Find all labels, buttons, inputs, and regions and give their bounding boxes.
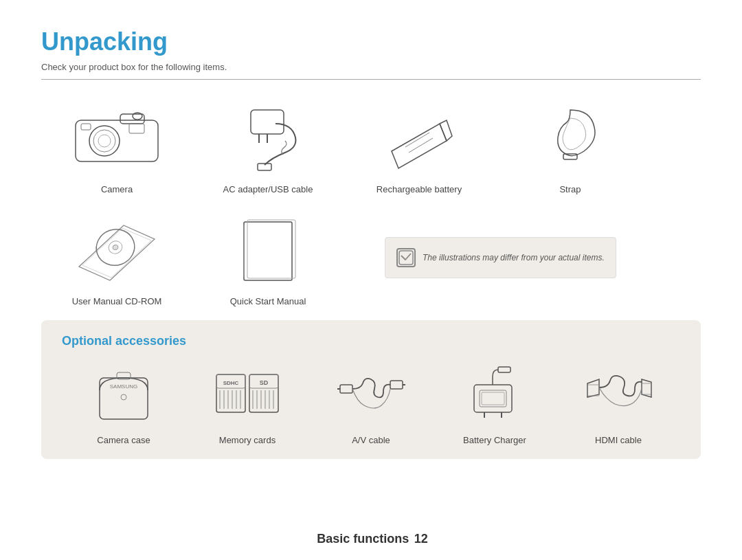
svg-text:SDHC: SDHC xyxy=(223,380,239,386)
battery-charger-icon xyxy=(450,361,539,429)
title-divider xyxy=(41,79,701,80)
footer-text: Basic functions xyxy=(317,532,409,546)
camera-case-icon: SAMSUNG xyxy=(79,361,168,429)
optional-title: Optional accessories xyxy=(62,334,680,348)
memory-cards-label: Memory cards xyxy=(219,435,276,445)
svg-marker-58 xyxy=(587,379,599,397)
battery-charger-label: Battery Charger xyxy=(463,435,526,445)
cd-label: User Manual CD-ROM xyxy=(72,296,162,306)
footer-page: 12 xyxy=(414,532,428,546)
items-row1: Camera AC adapter/USB cable xyxy=(41,96,701,194)
note-box: The illustrations may differ from your a… xyxy=(385,237,616,278)
svg-point-21 xyxy=(112,244,119,250)
svg-line-14 xyxy=(405,133,429,147)
camera-label: Camera xyxy=(101,184,133,194)
svg-rect-48 xyxy=(340,385,352,393)
optional-items: SAMSUNG Camera case SDHC xyxy=(62,361,680,445)
note-text: The illustrations may differ from your a… xyxy=(423,253,605,262)
page-footer: Basic functions 12 xyxy=(0,532,742,546)
page: Unpacking Check your product box for the… xyxy=(0,0,742,560)
item-strap: Strap xyxy=(495,96,646,194)
svg-text:SAMSUNG: SAMSUNG xyxy=(110,383,137,390)
item-ac-adapter: AC adapter/USB cable xyxy=(192,96,344,194)
svg-rect-25 xyxy=(399,251,413,265)
hdmi-cable-label: HDMI cable xyxy=(595,435,642,445)
svg-marker-18 xyxy=(82,228,151,278)
svg-rect-55 xyxy=(498,367,510,372)
optional-item-battery-charger: Battery Charger xyxy=(436,361,553,445)
svg-rect-5 xyxy=(81,124,91,130)
memory-cards-icon: SDHC SD xyxy=(203,361,292,429)
svg-rect-50 xyxy=(390,381,403,389)
svg-rect-23 xyxy=(247,220,295,278)
strap-icon xyxy=(515,96,625,179)
item-cd: User Manual CD-ROM xyxy=(41,208,192,306)
svg-rect-61 xyxy=(642,383,651,394)
page-title: Unpacking xyxy=(41,27,701,56)
svg-text:SD: SD xyxy=(260,379,269,386)
svg-rect-22 xyxy=(244,222,292,280)
svg-rect-54 xyxy=(482,392,504,405)
svg-rect-0 xyxy=(76,120,158,161)
camera-case-label: Camera case xyxy=(97,435,150,445)
svg-point-28 xyxy=(121,394,126,400)
items-row2: User Manual CD-ROM Quick Start Manual xyxy=(41,208,701,306)
optional-section: Optional accessories SAMSUNG xyxy=(41,320,701,459)
av-cable-label: A/V cable xyxy=(352,435,390,445)
camera-icon xyxy=(62,96,172,179)
ac-adapter-icon xyxy=(213,96,323,179)
hdmi-cable-icon xyxy=(574,361,663,429)
item-battery: Rechargeable battery xyxy=(344,96,495,194)
optional-item-camera-case: SAMSUNG Camera case xyxy=(65,361,182,445)
item-camera: Camera xyxy=(41,96,192,194)
svg-point-3 xyxy=(93,130,115,152)
svg-rect-6 xyxy=(129,124,144,133)
cd-icon xyxy=(62,208,172,291)
svg-rect-8 xyxy=(251,110,284,134)
av-cable-icon xyxy=(326,361,416,429)
svg-marker-13 xyxy=(440,120,452,141)
strap-label: Strap xyxy=(559,184,581,194)
ac-adapter-label: AC adapter/USB cable xyxy=(223,184,313,194)
manual-label: Quick Start Manual xyxy=(230,296,306,306)
optional-item-av-cable: A/V cable xyxy=(313,361,429,445)
svg-marker-17 xyxy=(79,225,155,280)
optional-item-memory-cards: SDHC SD xyxy=(189,361,306,445)
svg-rect-53 xyxy=(480,390,506,407)
svg-point-4 xyxy=(98,135,111,147)
item-manual: Quick Start Manual xyxy=(192,208,344,306)
items-row2-left: User Manual CD-ROM Quick Start Manual xyxy=(41,208,344,306)
svg-rect-16 xyxy=(563,154,577,159)
svg-point-2 xyxy=(89,126,120,156)
battery-label: Rechargeable battery xyxy=(376,184,462,194)
manual-icon xyxy=(213,208,323,291)
note-icon xyxy=(396,248,416,267)
page-subtitle: Check your product box for the following… xyxy=(41,62,701,72)
battery-icon xyxy=(364,96,474,179)
optional-item-hdmi-cable: HDMI cable xyxy=(560,361,677,445)
svg-rect-59 xyxy=(587,385,599,396)
